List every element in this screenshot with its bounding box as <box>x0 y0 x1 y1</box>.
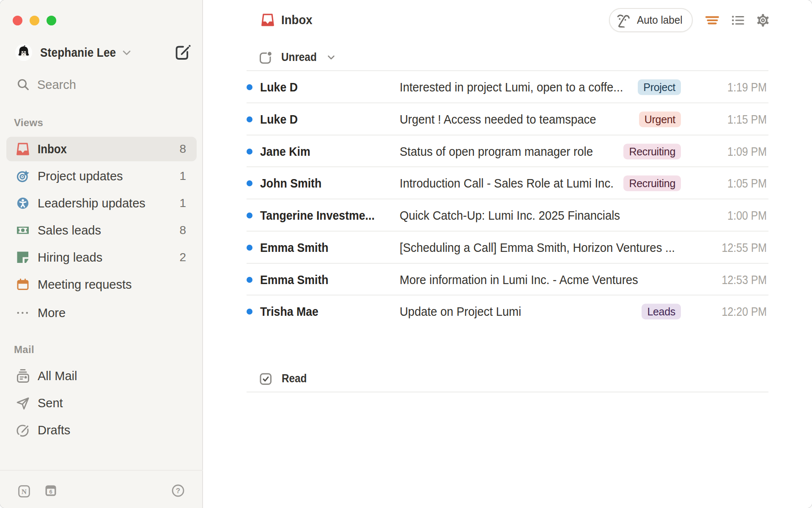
svg-text:6: 6 <box>49 489 52 495</box>
svg-text:N: N <box>22 488 27 496</box>
svg-text:?: ? <box>176 487 180 495</box>
